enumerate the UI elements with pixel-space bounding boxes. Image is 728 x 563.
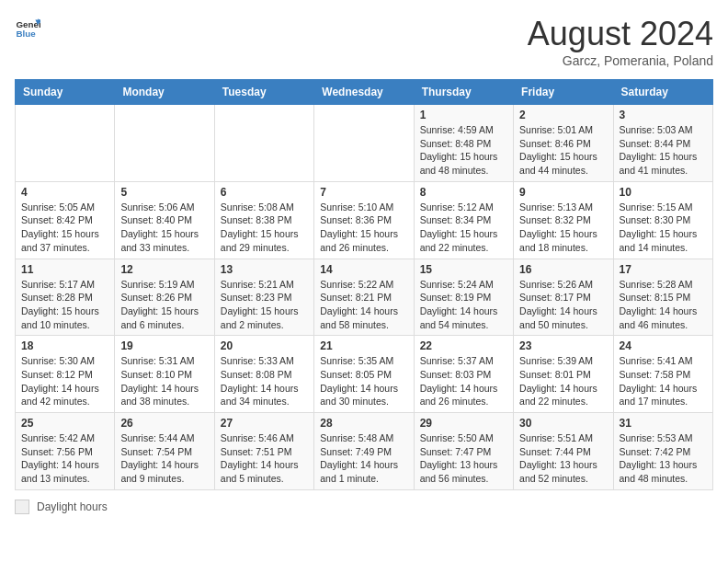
day-number: 16 — [519, 263, 607, 276]
calendar-cell: 5Sunrise: 5:06 AMSunset: 8:40 PMDaylight… — [115, 181, 214, 259]
calendar-cell: 6Sunrise: 5:08 AMSunset: 8:38 PMDaylight… — [214, 181, 313, 259]
day-number: 3 — [620, 109, 707, 121]
day-info: Sunrise: 5:21 AMSunset: 8:23 PMDaylight:… — [221, 278, 308, 332]
day-info: Sunrise: 5:19 AMSunset: 8:26 PMDaylight:… — [120, 278, 208, 332]
day-number: 21 — [320, 339, 407, 352]
day-number: 8 — [420, 186, 507, 199]
day-info: Sunrise: 5:26 AMSunset: 8:17 PMDaylight:… — [519, 278, 607, 332]
calendar-week-4: 18Sunrise: 5:30 AMSunset: 8:12 PMDayligh… — [16, 336, 713, 413]
calendar-week-5: 25Sunrise: 5:42 AMSunset: 7:56 PMDayligh… — [16, 413, 713, 490]
logo-icon: General Blue — [15, 15, 40, 40]
calendar-cell: 17Sunrise: 5:28 AMSunset: 8:15 PMDayligh… — [613, 259, 712, 336]
calendar-cell: 7Sunrise: 5:10 AMSunset: 8:36 PMDaylight… — [314, 181, 414, 259]
calendar-cell: 9Sunrise: 5:13 AMSunset: 8:32 PMDaylight… — [514, 181, 613, 259]
calendar-cell — [214, 105, 313, 182]
calendar-cell: 16Sunrise: 5:26 AMSunset: 8:17 PMDayligh… — [514, 259, 613, 336]
day-number: 5 — [120, 186, 208, 199]
logo: General Blue — [15, 15, 40, 40]
day-number: 30 — [519, 417, 607, 430]
day-info: Sunrise: 5:53 AMSunset: 7:42 PMDaylight:… — [620, 431, 707, 486]
calendar-cell: 2Sunrise: 5:01 AMSunset: 8:46 PMDaylight… — [514, 105, 613, 182]
calendar-cell: 23Sunrise: 5:39 AMSunset: 8:01 PMDayligh… — [514, 336, 613, 413]
day-info: Sunrise: 5:50 AMSunset: 7:47 PMDaylight:… — [420, 431, 507, 486]
day-number: 13 — [221, 263, 308, 276]
day-info: Sunrise: 5:33 AMSunset: 8:08 PMDaylight:… — [221, 354, 308, 408]
day-info: Sunrise: 5:17 AMSunset: 8:28 PMDaylight:… — [21, 278, 108, 332]
day-number: 14 — [320, 263, 407, 276]
location: Garcz, Pomerania, Poland — [528, 53, 713, 68]
day-number: 29 — [420, 417, 507, 430]
day-info: Sunrise: 5:44 AMSunset: 7:54 PMDaylight:… — [120, 431, 208, 486]
day-number: 26 — [120, 417, 208, 430]
day-info: Sunrise: 5:24 AMSunset: 8:19 PMDaylight:… — [420, 278, 507, 332]
title-block: August 2024 Garcz, Pomerania, Poland — [528, 15, 713, 68]
day-number: 18 — [21, 339, 108, 352]
day-number: 27 — [221, 417, 308, 430]
calendar-cell: 11Sunrise: 5:17 AMSunset: 8:28 PMDayligh… — [16, 259, 115, 336]
calendar-cell: 22Sunrise: 5:37 AMSunset: 8:03 PMDayligh… — [414, 336, 513, 413]
calendar-week-3: 11Sunrise: 5:17 AMSunset: 8:28 PMDayligh… — [16, 259, 713, 336]
day-info: Sunrise: 5:22 AMSunset: 8:21 PMDaylight:… — [320, 278, 407, 332]
calendar-cell: 4Sunrise: 5:05 AMSunset: 8:42 PMDaylight… — [16, 181, 115, 259]
day-info: Sunrise: 5:28 AMSunset: 8:15 PMDaylight:… — [620, 278, 707, 332]
calendar-cell: 28Sunrise: 5:48 AMSunset: 7:49 PMDayligh… — [314, 413, 414, 490]
day-header-sunday: Sunday — [16, 80, 115, 105]
day-info: Sunrise: 5:08 AMSunset: 8:38 PMDaylight:… — [221, 201, 308, 255]
day-info: Sunrise: 5:03 AMSunset: 8:44 PMDaylight:… — [620, 123, 707, 178]
day-number: 22 — [420, 339, 507, 352]
calendar-cell: 31Sunrise: 5:53 AMSunset: 7:42 PMDayligh… — [613, 413, 712, 490]
day-info: Sunrise: 5:37 AMSunset: 8:03 PMDaylight:… — [420, 354, 507, 408]
day-number: 9 — [519, 186, 607, 199]
day-number: 23 — [519, 339, 607, 352]
day-number: 6 — [221, 186, 308, 199]
day-info: Sunrise: 5:10 AMSunset: 8:36 PMDaylight:… — [320, 201, 407, 255]
calendar-week-2: 4Sunrise: 5:05 AMSunset: 8:42 PMDaylight… — [16, 181, 713, 259]
day-number: 25 — [21, 417, 108, 430]
month-title: August 2024 — [528, 15, 713, 53]
day-header-saturday: Saturday — [613, 80, 712, 105]
day-number: 11 — [21, 263, 108, 276]
day-info: Sunrise: 5:39 AMSunset: 8:01 PMDaylight:… — [519, 354, 607, 408]
day-number: 4 — [21, 186, 108, 199]
calendar-cell: 10Sunrise: 5:15 AMSunset: 8:30 PMDayligh… — [613, 181, 712, 259]
calendar-cell: 19Sunrise: 5:31 AMSunset: 8:10 PMDayligh… — [115, 336, 214, 413]
day-info: Sunrise: 5:31 AMSunset: 8:10 PMDaylight:… — [120, 354, 208, 408]
calendar-cell: 29Sunrise: 5:50 AMSunset: 7:47 PMDayligh… — [414, 413, 513, 490]
day-info: Sunrise: 5:15 AMSunset: 8:30 PMDaylight:… — [620, 201, 707, 255]
day-number: 19 — [120, 339, 208, 352]
calendar-cell: 14Sunrise: 5:22 AMSunset: 8:21 PMDayligh… — [314, 259, 414, 336]
day-number: 1 — [420, 109, 507, 121]
day-info: Sunrise: 5:30 AMSunset: 8:12 PMDaylight:… — [21, 354, 108, 408]
day-header-friday: Friday — [514, 80, 613, 105]
calendar-cell: 26Sunrise: 5:44 AMSunset: 7:54 PMDayligh… — [115, 413, 214, 490]
day-number: 12 — [120, 263, 208, 276]
day-info: Sunrise: 5:51 AMSunset: 7:44 PMDaylight:… — [519, 431, 607, 486]
calendar-cell: 27Sunrise: 5:46 AMSunset: 7:51 PMDayligh… — [214, 413, 313, 490]
day-info: Sunrise: 4:59 AMSunset: 8:48 PMDaylight:… — [420, 123, 507, 178]
day-info: Sunrise: 5:06 AMSunset: 8:40 PMDaylight:… — [120, 201, 208, 255]
calendar-header-row: SundayMondayTuesdayWednesdayThursdayFrid… — [16, 80, 713, 105]
day-number: 28 — [320, 417, 407, 430]
legend-box — [15, 500, 29, 514]
legend-label: Daylight hours — [37, 500, 108, 513]
day-header-tuesday: Tuesday — [214, 80, 313, 105]
day-header-monday: Monday — [115, 80, 214, 105]
day-number: 10 — [620, 186, 707, 199]
calendar-cell: 8Sunrise: 5:12 AMSunset: 8:34 PMDaylight… — [414, 181, 513, 259]
day-number: 20 — [221, 339, 308, 352]
day-header-wednesday: Wednesday — [314, 80, 414, 105]
calendar-cell: 21Sunrise: 5:35 AMSunset: 8:05 PMDayligh… — [314, 336, 414, 413]
day-info: Sunrise: 5:42 AMSunset: 7:56 PMDaylight:… — [21, 431, 108, 486]
calendar-cell — [314, 105, 414, 182]
day-info: Sunrise: 5:01 AMSunset: 8:46 PMDaylight:… — [519, 123, 607, 178]
calendar-cell: 30Sunrise: 5:51 AMSunset: 7:44 PMDayligh… — [514, 413, 613, 490]
calendar-cell: 12Sunrise: 5:19 AMSunset: 8:26 PMDayligh… — [115, 259, 214, 336]
calendar-cell — [115, 105, 214, 182]
calendar-cell: 25Sunrise: 5:42 AMSunset: 7:56 PMDayligh… — [16, 413, 115, 490]
day-info: Sunrise: 5:05 AMSunset: 8:42 PMDaylight:… — [21, 201, 108, 255]
day-number: 2 — [519, 109, 607, 121]
calendar-cell: 18Sunrise: 5:30 AMSunset: 8:12 PMDayligh… — [16, 336, 115, 413]
day-header-thursday: Thursday — [414, 80, 513, 105]
day-number: 31 — [620, 417, 707, 430]
day-info: Sunrise: 5:46 AMSunset: 7:51 PMDaylight:… — [221, 431, 308, 486]
